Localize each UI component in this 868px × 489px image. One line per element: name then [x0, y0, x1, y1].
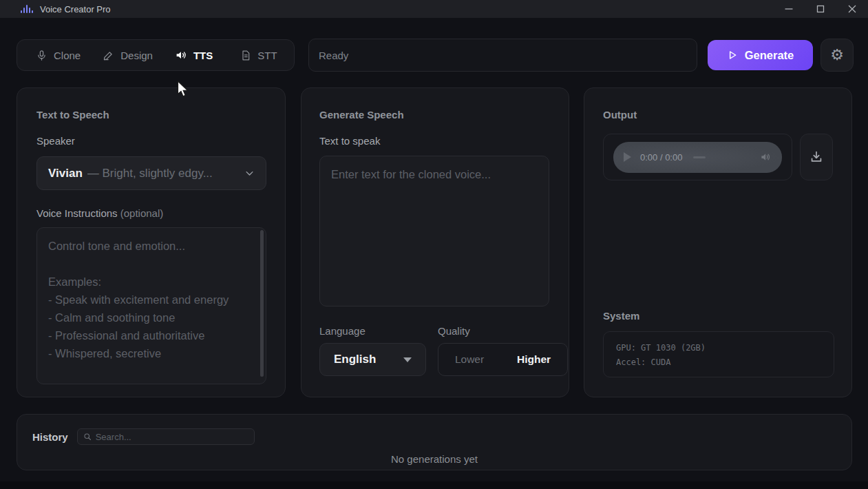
- select-caret-icon: [403, 357, 412, 362]
- tab-design-label: Design: [120, 50, 153, 61]
- speaker-select[interactable]: Vivian — Bright, slightly edgy...: [36, 156, 266, 190]
- status-text: Ready: [319, 50, 348, 61]
- language-label: Language: [319, 325, 426, 337]
- maximize-button[interactable]: [805, 0, 836, 18]
- audio-player: 0:00 / 0:00: [613, 142, 782, 173]
- language-value: English: [334, 353, 376, 366]
- history-search-input[interactable]: [96, 432, 248, 442]
- scrollbar-thumb[interactable]: [260, 230, 264, 377]
- speaker-icon: [175, 49, 187, 61]
- history-empty-message: No generations yet: [17, 453, 851, 465]
- download-icon: [809, 149, 824, 165]
- text-to-speak-input[interactable]: [320, 156, 549, 306]
- generate-panel: Generate Speech Text to speak Language E…: [301, 87, 569, 397]
- history-heading: History: [32, 431, 68, 443]
- tab-stt[interactable]: STT: [240, 50, 277, 61]
- system-info-box: GPU: GT 1030 (2GB) Accel: CUDA: [603, 331, 834, 377]
- tab-clone-label: Clone: [54, 50, 81, 61]
- quality-toggle: Lower Higher: [438, 343, 568, 376]
- voice-instructions-optional: (optional): [120, 207, 164, 219]
- document-icon: [240, 50, 251, 61]
- player-timeline[interactable]: [693, 156, 706, 158]
- output-heading: Output: [603, 109, 833, 121]
- tab-clone[interactable]: Clone: [36, 50, 81, 61]
- voice-instructions-input[interactable]: [37, 228, 266, 384]
- minimize-button[interactable]: [773, 0, 805, 18]
- audio-player-container: 0:00 / 0:00: [603, 134, 792, 180]
- app-title: Voice Creator Pro: [40, 4, 111, 14]
- player-time: 0:00 / 0:00: [640, 152, 682, 163]
- close-button[interactable]: [836, 0, 868, 18]
- microphone-icon: [36, 50, 47, 61]
- settings-button[interactable]: ⚙: [821, 39, 854, 72]
- tab-design[interactable]: Design: [103, 50, 153, 61]
- system-accel-line: Accel: CUDA: [616, 355, 834, 370]
- maximize-icon: [816, 4, 825, 14]
- system-heading: System: [603, 310, 639, 322]
- window-bottom-edge: [0, 481, 868, 489]
- minimize-icon: [784, 4, 794, 14]
- play-icon: [727, 50, 738, 61]
- voice-instructions-field: [36, 227, 266, 384]
- tab-stt-label: STT: [257, 50, 277, 61]
- mode-tabs: Clone Design TTS STT: [17, 39, 295, 71]
- quality-option-higher[interactable]: Higher: [517, 353, 551, 366]
- speaker-description: — Bright, slightly edgy...: [87, 167, 213, 180]
- download-button[interactable]: [800, 134, 833, 180]
- title-bar: Voice Creator Pro: [0, 0, 868, 18]
- tab-tts-label: TTS: [193, 50, 213, 61]
- generate-panel-heading: Generate Speech: [319, 109, 549, 121]
- voice-instructions-label-text: Voice Instructions: [36, 207, 118, 219]
- gear-icon: ⚙: [830, 46, 844, 64]
- tts-panel: Text to Speech Speaker Vivian — Bright, …: [17, 87, 286, 397]
- tab-tts[interactable]: TTS: [175, 49, 213, 61]
- text-to-speak-field: [319, 156, 549, 306]
- close-icon: [847, 4, 857, 14]
- volume-icon[interactable]: [759, 151, 772, 163]
- text-to-speak-label: Text to speak: [319, 135, 549, 147]
- output-panel: Output 0:00 / 0:00 System: [584, 87, 852, 397]
- speaker-value: Vivian: [48, 167, 83, 180]
- search-icon: [83, 433, 92, 441]
- generate-button[interactable]: Generate: [708, 40, 813, 70]
- tts-panel-heading: Text to Speech: [36, 109, 266, 121]
- status-field: Ready: [308, 39, 697, 72]
- voice-instructions-label: Voice Instructions (optional): [36, 207, 266, 219]
- quality-label: Quality: [438, 325, 568, 337]
- player-play-icon[interactable]: [624, 152, 631, 162]
- system-gpu-line: GPU: GT 1030 (2GB): [616, 341, 834, 355]
- history-panel: History No generations yet: [17, 414, 852, 470]
- history-search-box: [77, 428, 255, 445]
- pencil-icon: [103, 50, 114, 61]
- chevron-down-icon: [244, 168, 255, 178]
- language-select[interactable]: English: [319, 343, 426, 376]
- quality-option-lower[interactable]: Lower: [455, 353, 484, 366]
- waveform-icon: [21, 5, 33, 13]
- generate-label: Generate: [745, 49, 794, 62]
- speaker-label: Speaker: [36, 135, 266, 147]
